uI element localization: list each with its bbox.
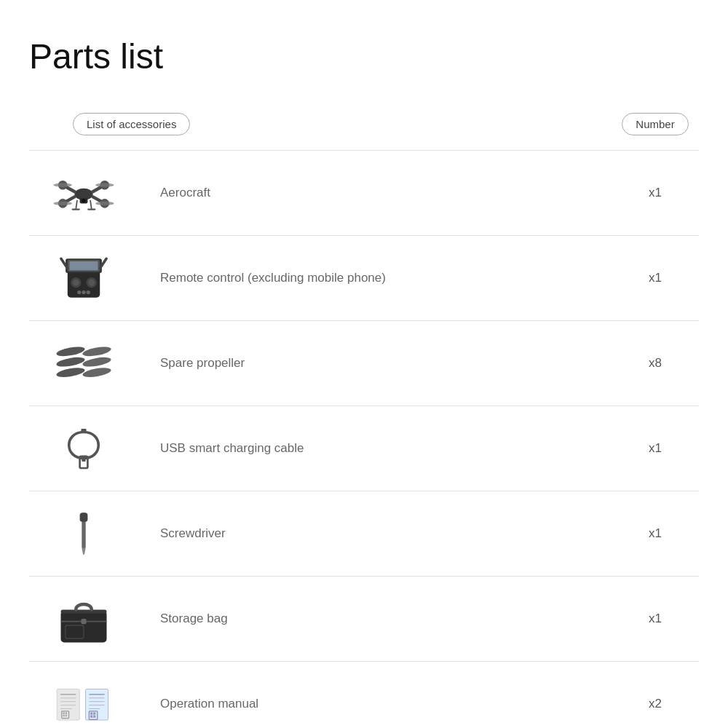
svg-rect-56: [63, 712, 64, 713]
item-count-usb: x1: [612, 441, 699, 456]
item-count-bag: x1: [612, 612, 699, 626]
page-container: Parts list List of accessories Number: [0, 0, 728, 728]
item-image-bag: [29, 590, 138, 648]
table-row: Screwdriver x1: [29, 491, 699, 576]
number-badge: Number: [622, 113, 688, 135]
parts-table: List of accessories Number: [29, 106, 699, 728]
item-image-propeller: [29, 334, 138, 392]
item-name-usb: USB smart charging cable: [138, 441, 612, 456]
svg-point-34: [56, 355, 86, 368]
item-name-bag: Storage bag: [138, 612, 612, 626]
svg-point-29: [77, 290, 81, 294]
svg-rect-45: [61, 609, 107, 613]
item-count-aerocraft: x1: [612, 186, 699, 200]
svg-point-37: [82, 366, 112, 379]
header-number: Number: [612, 113, 699, 135]
item-count-manual: x2: [612, 697, 699, 711]
bag-icon: [51, 590, 116, 648]
svg-rect-39: [82, 459, 85, 462]
item-name-screwdriver: Screwdriver: [138, 526, 612, 541]
manual-icon: [51, 675, 116, 728]
svg-point-30: [82, 290, 85, 294]
svg-line-15: [76, 200, 77, 210]
svg-point-36: [56, 366, 86, 379]
table-header: List of accessories Number: [73, 106, 699, 150]
propeller-icon: [51, 334, 116, 392]
svg-point-12: [95, 202, 114, 205]
item-image-aerocraft: [29, 164, 138, 222]
svg-rect-67: [90, 712, 92, 714]
table-row: Aerocraft x1: [29, 150, 699, 235]
svg-point-33: [82, 345, 112, 358]
svg-rect-47: [81, 619, 86, 624]
svg-rect-22: [69, 261, 98, 270]
drone-icon: [51, 164, 116, 222]
table-row: Remote control (excluding mobile phone) …: [29, 235, 699, 320]
item-count-propeller: x8: [612, 356, 699, 371]
item-image-remote: [29, 249, 138, 307]
item-name-propeller: Spare propeller: [138, 356, 612, 371]
item-image-usb: [29, 419, 138, 478]
svg-point-11: [54, 202, 72, 205]
usb-icon: [51, 419, 116, 478]
accessories-badge: List of accessories: [73, 113, 190, 135]
table-row: USB smart charging cable x1: [29, 405, 699, 491]
svg-point-14: [82, 199, 85, 202]
svg-rect-58: [63, 715, 64, 716]
table-row: Spare propeller x8: [29, 320, 699, 405]
svg-rect-68: [93, 712, 95, 714]
item-image-screwdriver: [29, 505, 138, 563]
svg-point-35: [82, 355, 112, 368]
header-accessories: List of accessories: [73, 113, 612, 135]
table-row: Operation manual x2: [29, 661, 699, 728]
svg-point-9: [54, 183, 72, 187]
svg-marker-43: [82, 548, 85, 555]
svg-point-31: [87, 290, 90, 294]
item-name-remote: Remote control (excluding mobile phone): [138, 271, 612, 285]
item-name-aerocraft: Aerocraft: [138, 186, 612, 200]
item-count-screwdriver: x1: [612, 526, 699, 541]
svg-rect-69: [90, 716, 92, 718]
screwdriver-icon: [51, 505, 116, 563]
svg-line-16: [90, 200, 92, 210]
svg-point-26: [73, 280, 79, 286]
page-title: Parts list: [29, 36, 699, 76]
svg-rect-59: [66, 715, 67, 716]
svg-rect-57: [66, 712, 67, 713]
svg-point-10: [95, 183, 114, 187]
table-row: Storage bag x1: [29, 576, 699, 661]
svg-point-28: [88, 280, 95, 286]
item-name-manual: Operation manual: [138, 697, 612, 711]
svg-point-32: [56, 345, 86, 358]
svg-rect-40: [81, 429, 86, 432]
remote-icon: [51, 249, 116, 307]
svg-rect-70: [93, 716, 95, 718]
item-image-manual: [29, 675, 138, 728]
item-count-remote: x1: [612, 271, 699, 285]
svg-rect-49: [57, 689, 79, 721]
svg-rect-42: [80, 513, 88, 522]
